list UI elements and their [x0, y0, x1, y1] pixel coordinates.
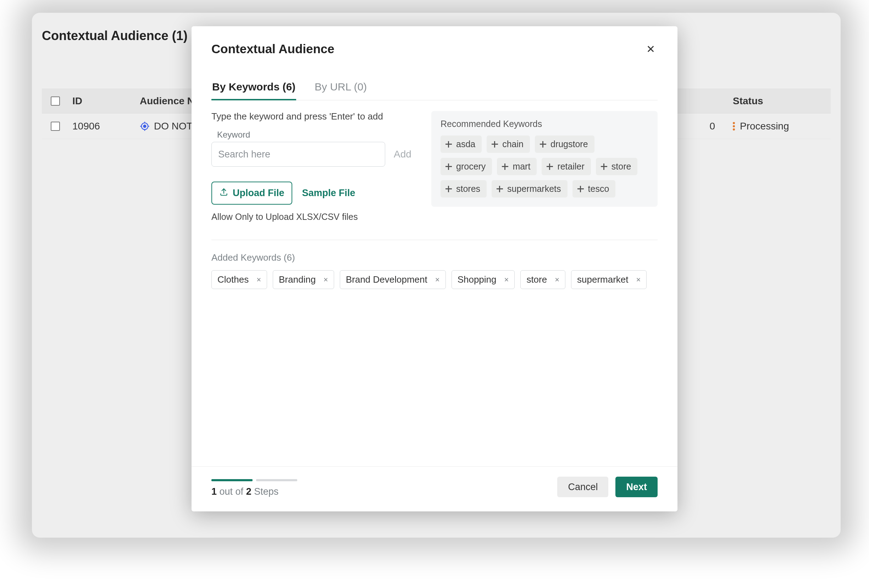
section-divider [211, 240, 658, 240]
added-chip-label: Brand Development [346, 274, 427, 285]
close-icon[interactable]: ✕ [644, 42, 658, 56]
page-title: Contextual Audience (1) [42, 28, 188, 43]
upload-file-button[interactable]: Upload File [211, 182, 292, 204]
added-chip: Branding× [273, 270, 334, 289]
added-chip-label: Branding [279, 274, 316, 285]
plus-icon [445, 163, 452, 170]
col-header-status: Status [724, 95, 831, 107]
recommended-title: Recommended Keywords [440, 119, 648, 129]
remove-chip-icon[interactable]: × [555, 275, 559, 284]
added-chip-label: supermarket [577, 274, 629, 285]
next-button[interactable]: Next [615, 477, 658, 497]
plus-icon [445, 141, 452, 148]
contextual-audience-modal: Contextual Audience ✕ By Keywords (6) By… [191, 26, 678, 511]
plus-icon [501, 163, 509, 170]
upload-icon [219, 187, 228, 199]
row-checkbox[interactable] [51, 121, 60, 131]
svg-point-1 [144, 125, 146, 127]
recommended-chip-label: stores [456, 184, 480, 194]
tab-by-url[interactable]: By URL (0) [314, 75, 368, 100]
step-progress [211, 479, 297, 481]
plus-icon [496, 185, 504, 193]
recommended-chip[interactable]: asda [440, 135, 482, 153]
recommended-chip[interactable]: mart [497, 158, 537, 175]
modal-title: Contextual Audience [211, 42, 335, 56]
cell-id: 10906 [69, 121, 136, 132]
recommended-chip[interactable]: tesco [572, 180, 616, 197]
remove-chip-icon[interactable]: × [435, 275, 440, 284]
recommended-chip-label: supermarkets [507, 184, 561, 194]
recommended-keywords-panel: Recommended Keywords asdachaindrugstoreg… [431, 111, 658, 207]
plus-icon [491, 141, 499, 148]
recommended-chip[interactable]: store [596, 158, 638, 175]
plus-icon [546, 163, 554, 170]
keyword-instruction: Type the keyword and press 'Enter' to ad… [211, 111, 417, 122]
added-keywords-title: Added Keywords (6) [211, 252, 658, 263]
remove-chip-icon[interactable]: × [504, 275, 509, 284]
select-all-checkbox[interactable] [51, 96, 60, 106]
processing-icon [733, 122, 735, 130]
recommended-chip[interactable]: grocery [440, 158, 492, 175]
cancel-button[interactable]: Cancel [557, 477, 608, 497]
plus-icon [600, 163, 608, 170]
keyword-input[interactable] [211, 142, 385, 167]
added-chip-label: Clothes [217, 274, 249, 285]
cell-status: Processing [740, 121, 789, 132]
add-button[interactable]: Add [394, 149, 411, 160]
added-chip: Brand Development× [340, 270, 446, 289]
recommended-chip[interactable]: supermarkets [492, 180, 567, 197]
recommended-chip[interactable]: stores [440, 180, 486, 197]
added-chip-label: Shopping [458, 274, 497, 285]
tab-by-keywords[interactable]: By Keywords (6) [211, 75, 296, 100]
plus-icon [539, 141, 547, 148]
recommended-chip-label: drugstore [550, 139, 588, 149]
added-chip: Clothes× [211, 270, 267, 289]
recommended-chip-label: tesco [588, 184, 609, 194]
sample-file-link[interactable]: Sample File [302, 188, 355, 198]
upload-hint: Allow Only to Upload XLSX/CSV files [211, 212, 417, 222]
cell-count: 0 [689, 121, 724, 132]
recommended-chip-label: mart [513, 161, 530, 172]
col-header-id: ID [69, 95, 136, 107]
recommended-chip[interactable]: chain [486, 135, 530, 153]
recommended-chip-label: retailer [557, 161, 584, 172]
remove-chip-icon[interactable]: × [257, 275, 261, 284]
modal-tabs: By Keywords (6) By URL (0) [211, 75, 658, 100]
added-chip-label: store [526, 274, 547, 285]
upload-file-label: Upload File [233, 188, 285, 198]
plus-icon [577, 185, 584, 193]
target-icon [140, 121, 150, 131]
keyword-field-label: Keyword [217, 130, 417, 140]
step-text: 1 out of 2 Steps [211, 486, 297, 497]
added-chip: supermarket× [571, 270, 647, 289]
remove-chip-icon[interactable]: × [636, 275, 641, 284]
recommended-chip-label: asda [456, 139, 475, 149]
plus-icon [445, 185, 452, 193]
recommended-chip-label: store [611, 161, 631, 172]
added-chip: store× [521, 270, 565, 289]
remove-chip-icon[interactable]: × [323, 275, 328, 284]
added-chip: Shopping× [452, 270, 515, 289]
recommended-chip-label: chain [502, 139, 523, 149]
recommended-chip[interactable]: drugstore [535, 135, 595, 153]
recommended-chip[interactable]: retailer [541, 158, 590, 175]
recommended-chip-label: grocery [456, 161, 486, 172]
